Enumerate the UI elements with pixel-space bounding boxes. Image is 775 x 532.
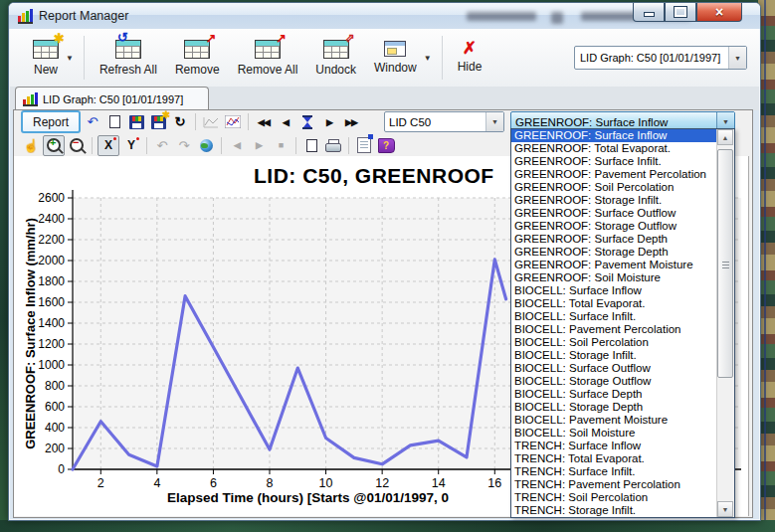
- refresh-chart-button[interactable]: ↻: [170, 112, 190, 131]
- report-selector-arrow-icon[interactable]: ▼: [728, 47, 746, 69]
- previous-period-button[interactable]: ◀: [276, 112, 295, 131]
- tab-lid-graph[interactable]: LID Graph: C50 [01/01/1997]: [15, 87, 209, 110]
- scroll-down-button[interactable]: ▼: [717, 501, 733, 517]
- undo-zoom-icon: ↶: [157, 139, 168, 152]
- next-period-button[interactable]: ▶: [319, 112, 339, 131]
- dropdown-item[interactable]: GREENROOF: Pavement Moisture: [511, 259, 717, 271]
- pan-button[interactable]: ☝: [21, 136, 41, 155]
- print-button[interactable]: [323, 136, 343, 155]
- undock-button[interactable]: ⇗ Undock: [306, 36, 365, 81]
- help-button[interactable]: ?: [376, 136, 396, 155]
- hand-icon: ☝: [23, 139, 39, 152]
- copy-chart-button[interactable]: [104, 112, 124, 131]
- chart-options-button[interactable]: [223, 112, 243, 131]
- dropdown-item[interactable]: GREENROOF: Surface Infilt.: [511, 155, 717, 168]
- dropdown-item[interactable]: GREENROOF: Surface Outflow: [511, 207, 717, 220]
- animate-button[interactable]: [297, 112, 317, 131]
- svg-text:2000: 2000: [38, 254, 65, 267]
- report-button[interactable]: Report: [21, 110, 81, 133]
- x-axis-zoom-button[interactable]: X: [97, 135, 119, 156]
- line-chart-gray-icon: [203, 115, 219, 128]
- scroll-up-button[interactable]: ▲: [717, 129, 733, 145]
- new-button-label: New: [34, 63, 58, 77]
- forward-icon: ▶: [256, 140, 262, 150]
- svg-text:14: 14: [432, 476, 446, 490]
- first-period-button[interactable]: ◀◀: [254, 112, 274, 131]
- remove-button[interactable]: ↗ Remove: [166, 36, 229, 81]
- close-button[interactable]: ×: [696, 3, 742, 22]
- new-button[interactable]: ✱ New: [24, 36, 68, 81]
- dropdown-item[interactable]: BIOCELL: Total Evaporat.: [511, 297, 717, 310]
- dropdown-item[interactable]: TRENCH: Soil Percolation: [511, 491, 717, 504]
- redo-zoom-icon: ↷: [179, 139, 190, 152]
- scrollbar-thumb[interactable]: [717, 149, 733, 378]
- dropdown-item[interactable]: GREENROOF: Total Evaporat.: [511, 142, 717, 155]
- chart-style-button-disabled: [201, 112, 221, 131]
- dropdown-scrollbar[interactable]: ▲ ▼: [716, 129, 734, 517]
- save-as-button[interactable]: ✱: [148, 112, 168, 131]
- dropdown-item[interactable]: TRENCH: Pavement Percolation: [511, 478, 717, 491]
- remove-all-label: Remove All: [238, 63, 298, 77]
- dropdown-item[interactable]: BIOCELL: Surface Outflow: [511, 362, 717, 375]
- dropdown-item[interactable]: GREENROOF: Storage Outflow: [511, 220, 717, 233]
- window-dropdown-arrow-icon[interactable]: ▼: [424, 54, 432, 63]
- previous-icon: ◀: [283, 117, 289, 127]
- dropdown-item[interactable]: GREENROOF: Storage Depth: [511, 246, 717, 259]
- dropdown-item[interactable]: GREENROOF: Soil Percolation: [511, 181, 717, 194]
- remove-all-button[interactable]: ↗ Remove All: [229, 36, 307, 81]
- fast-forward-icon: ▶▶: [345, 117, 357, 127]
- minimize-button[interactable]: [633, 3, 665, 22]
- refresh-all-button[interactable]: ↺ Refresh All: [91, 36, 166, 81]
- report-button-label: Report: [33, 115, 69, 129]
- close-icon: ×: [715, 5, 723, 19]
- restore-button[interactable]: [665, 3, 696, 22]
- dropdown-item[interactable]: BIOCELL: Soil Moisture: [511, 427, 717, 440]
- svg-text:2: 2: [97, 476, 104, 490]
- x-axis-icon: X: [102, 138, 114, 152]
- background-window-glimpse: [467, 12, 536, 21]
- last-period-button[interactable]: ▶▶: [341, 112, 361, 131]
- y-axis-zoom-button[interactable]: Y: [121, 136, 141, 155]
- zoom-out-button[interactable]: −: [67, 136, 87, 155]
- toolbar-separator: [348, 137, 349, 154]
- lid-selector-combobox[interactable]: LID C50 ▼: [384, 111, 504, 132]
- copy-to-clipboard-button[interactable]: [301, 136, 321, 155]
- dropdown-item[interactable]: BIOCELL: Surface Inflow: [511, 284, 717, 297]
- dropdown-item[interactable]: GREENROOF: Pavement Percolation: [511, 168, 717, 181]
- window-button[interactable]: Window: [365, 37, 426, 79]
- dropdown-item[interactable]: BIOCELL: Pavement Moisture: [511, 414, 717, 427]
- report-selector-combobox[interactable]: LID Graph: C50 [01/01/1997] ▼: [574, 46, 747, 70]
- properties-button[interactable]: [354, 136, 374, 155]
- full-extent-button[interactable]: [196, 136, 216, 155]
- dropdown-item[interactable]: GREENROOF: Storage Infilt.: [511, 194, 717, 207]
- dropdown-item[interactable]: BIOCELL: Soil Percolation: [511, 336, 717, 349]
- help-book-icon: ?: [378, 138, 395, 153]
- window-controls: ×: [633, 3, 742, 22]
- restore-chart-button[interactable]: ↶: [83, 112, 102, 131]
- refresh-all-icon: ↺: [115, 40, 141, 59]
- stop-icon: ■: [279, 140, 283, 150]
- dropdown-item[interactable]: GREENROOF: Surface Depth: [511, 233, 717, 246]
- hide-button[interactable]: ✗ Hide: [449, 38, 491, 78]
- dropdown-item[interactable]: GREENROOF: Soil Moisture: [511, 271, 717, 284]
- lid-selector-arrow-icon[interactable]: ▼: [485, 112, 503, 131]
- dropdown-item[interactable]: TRENCH: Storage Infilt.: [511, 504, 717, 517]
- svg-text:2400: 2400: [38, 212, 65, 226]
- dropdown-item[interactable]: BIOCELL: Surface Depth: [511, 388, 717, 401]
- new-dropdown-arrow-icon[interactable]: ▼: [66, 54, 74, 63]
- lid-selector-value: LID C50: [385, 116, 485, 128]
- dropdown-item[interactable]: BIOCELL: Storage Infilt.: [511, 349, 717, 362]
- dropdown-item[interactable]: BIOCELL: Pavement Percolation: [511, 323, 717, 336]
- zoom-in-button[interactable]: +: [43, 135, 65, 156]
- dropdown-item[interactable]: TRENCH: Surface Inflow: [511, 440, 717, 452]
- dropdown-item[interactable]: GREENROOF: Surface Inflow: [511, 129, 717, 142]
- back-icon: ◀: [234, 140, 240, 150]
- dropdown-item[interactable]: TRENCH: Surface Infilt.: [511, 465, 717, 478]
- save-button[interactable]: [126, 112, 146, 131]
- dropdown-item[interactable]: BIOCELL: Surface Infilt.: [511, 310, 717, 323]
- refresh-all-label: Refresh All: [99, 63, 157, 77]
- printer-icon: [325, 139, 341, 152]
- dropdown-item[interactable]: BIOCELL: Storage Outflow: [511, 375, 717, 388]
- dropdown-item[interactable]: TRENCH: Total Evaporat.: [511, 452, 717, 465]
- dropdown-item[interactable]: BIOCELL: Storage Depth: [511, 401, 717, 414]
